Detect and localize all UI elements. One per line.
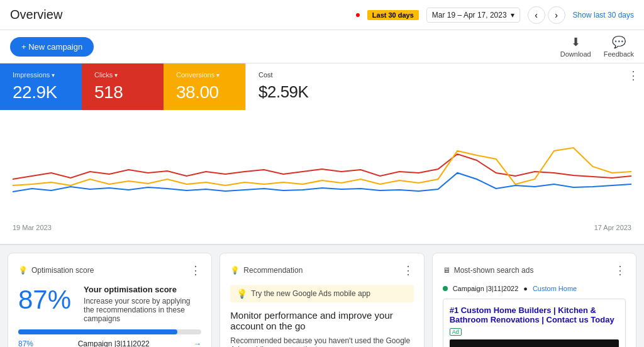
- top-bar: Overview Last 30 days Mar 19 – Apr 17, 2…: [0, 0, 644, 30]
- performance-chart: [13, 116, 631, 217]
- most-shown-ads-panel: 🖥 Most-shown search ads ⋮ Campaign |3|11…: [432, 253, 636, 347]
- campaign-row[interactable]: 87% Campaign |3|11|2022 →: [18, 339, 201, 347]
- rec-body: Recommended because you haven't used the…: [230, 336, 413, 347]
- conversions-value: 38.00: [176, 82, 233, 102]
- ad-preview: #1 Custom Home Builders | Kitchen & Bath…: [443, 299, 626, 347]
- date-range-text: Mar 19 – Apr 17, 2023: [432, 11, 507, 19]
- download-icon: ⬇: [571, 35, 580, 49]
- optimisation-panel: 💡 Optimisation score ⋮ 87% Your optimisa…: [8, 253, 212, 347]
- download-label: Download: [560, 50, 591, 58]
- ad-image-placeholder: [450, 339, 619, 347]
- chart-area: 19 Mar 2023 17 Apr 2023: [0, 110, 644, 245]
- optimisation-panel-header: 💡 Optimisation score ⋮: [18, 263, 201, 277]
- rec-tip: 💡 Try the new Google Ads mobile app: [230, 285, 413, 302]
- alert-dot: [356, 13, 360, 17]
- opt-score-row: 87% Your optimisation score Increase you…: [18, 285, 201, 323]
- custom-home-tag: Custom Home: [533, 285, 577, 292]
- date-badge: Last 30 days: [367, 10, 419, 20]
- lightbulb-icon: 💡: [18, 266, 28, 275]
- ad-preview-title: #1 Custom Home Builders | Kitchen & Bath…: [450, 306, 619, 324]
- optimisation-panel-title: 💡 Optimisation score: [18, 266, 94, 275]
- feedback-icon: 💬: [612, 35, 626, 49]
- metric-cost[interactable]: Cost $2.59K: [245, 63, 327, 110]
- cost-label: Cost: [258, 71, 314, 79]
- feedback-action[interactable]: 💬 Feedback: [604, 35, 634, 58]
- chart-dates: 19 Mar 2023 17 Apr 2023: [13, 224, 631, 231]
- progress-bar-fill: [18, 329, 177, 334]
- optimisation-more-icon[interactable]: ⋮: [190, 263, 201, 277]
- green-dot-icon: [443, 286, 448, 291]
- recommendation-panel-header: 💡 Recommendation ⋮: [230, 263, 413, 277]
- lightbulb-icon: 💡: [230, 266, 240, 275]
- ads-panel-header: 🖥 Most-shown search ads ⋮: [443, 263, 626, 277]
- opt-heading: Your optimisation score: [84, 285, 201, 294]
- campaign-tag: Campaign |3|11|2022: [453, 285, 519, 292]
- campaign-name: Campaign |3|11|2022: [78, 339, 150, 347]
- metrics-container: Impressions ▾ 22.9K Clicks ▾ 518 Convers…: [0, 63, 644, 245]
- tip-icon: 💡: [236, 289, 247, 299]
- metric-impressions[interactable]: Impressions ▾ 22.9K: [0, 63, 82, 110]
- nav-arrows: ‹ ›: [528, 6, 565, 24]
- ad-campaign-tags: Campaign |3|11|2022 ● Custom Home: [443, 285, 626, 292]
- ads-panel-title: 🖥 Most-shown search ads: [443, 266, 534, 275]
- progress-bar-wrap: [18, 329, 201, 334]
- chevron-down-icon: ▾: [216, 72, 219, 79]
- feedback-label: Feedback: [604, 50, 634, 58]
- opt-score-value: 87%: [18, 285, 71, 315]
- chart-end-date: 17 Apr 2023: [594, 224, 631, 231]
- toolbar-right: ⬇ Download 💬 Feedback: [560, 35, 634, 58]
- chart-start-date: 19 Mar 2023: [13, 224, 52, 231]
- ad-badge: Ad: [450, 328, 462, 336]
- next-date-button[interactable]: ›: [548, 6, 565, 24]
- recommendation-more-icon[interactable]: ⋮: [402, 263, 414, 277]
- page-title: Overview: [10, 8, 348, 22]
- ads-more-icon[interactable]: ⋮: [614, 263, 626, 277]
- metrics-row: Impressions ▾ 22.9K Clicks ▾ 518 Convers…: [0, 63, 644, 110]
- impressions-label: Impressions ▾: [13, 71, 69, 79]
- chevron-down-icon: ▾: [52, 72, 55, 79]
- dot-separator: ●: [523, 285, 528, 292]
- opt-description: Your optimisation score Increase your sc…: [84, 285, 201, 323]
- campaign-score: 87%: [18, 339, 33, 347]
- rec-main-title: Monitor performance and improve your acc…: [230, 310, 413, 331]
- recommendation-panel: 💡 Recommendation ⋮ 💡 Try the new Google …: [219, 253, 424, 347]
- new-campaign-button[interactable]: + New campaign: [10, 37, 94, 57]
- impressions-value: 22.9K: [13, 82, 69, 102]
- clicks-value: 518: [94, 82, 151, 102]
- recommendation-panel-title: 💡 Recommendation: [230, 266, 303, 275]
- cost-value: $2.59K: [258, 82, 314, 102]
- prev-date-button[interactable]: ‹: [528, 6, 545, 24]
- bottom-panels: 💡 Optimisation score ⋮ 87% Your optimisa…: [0, 245, 644, 347]
- metric-conversions[interactable]: Conversions ▾ 38.00: [164, 63, 245, 110]
- toolbar: + New campaign ⬇ Download 💬 Feedback: [0, 30, 644, 63]
- opt-desc-text: Increase your score by applying the reco…: [84, 297, 201, 323]
- tip-text: Try the new Google Ads mobile app: [251, 289, 370, 298]
- chevron-down-icon: ▾: [114, 72, 118, 79]
- metric-clicks[interactable]: Clicks ▾ 518: [82, 63, 164, 110]
- chevron-down-icon: ▾: [511, 11, 514, 19]
- clicks-label: Clicks ▾: [94, 71, 151, 79]
- show-last-link[interactable]: Show last 30 days: [573, 11, 634, 19]
- download-action[interactable]: ⬇ Download: [560, 35, 591, 58]
- metrics-more-icon[interactable]: ⋮: [628, 69, 639, 82]
- date-range-picker[interactable]: Mar 19 – Apr 17, 2023 ▾: [426, 8, 520, 23]
- campaign-arrow-icon: →: [194, 339, 201, 347]
- monitor-icon: 🖥: [443, 266, 450, 275]
- conversions-label: Conversions ▾: [176, 71, 233, 79]
